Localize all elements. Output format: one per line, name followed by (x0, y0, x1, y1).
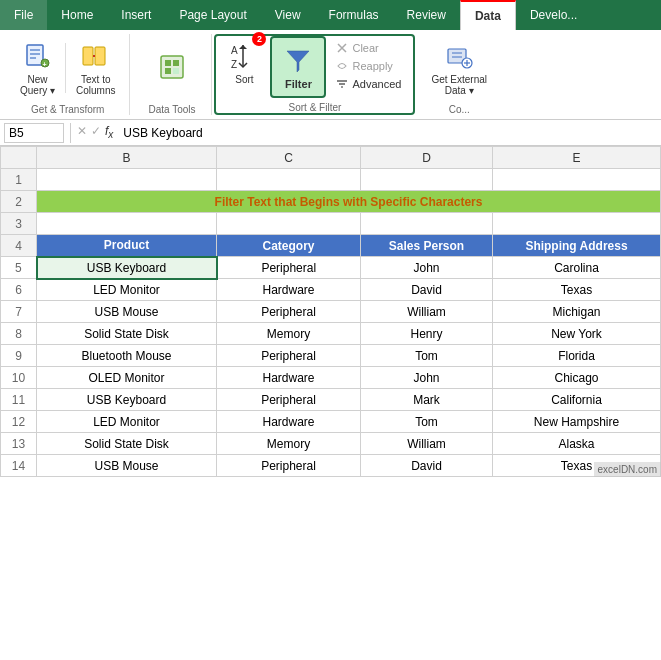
clear-button[interactable]: Clear (330, 40, 407, 56)
reapply-label: Reapply (352, 60, 392, 72)
cell-b3[interactable] (37, 213, 217, 235)
table-row: 11 USB Keyboard Peripheral Mark Californ… (1, 389, 661, 411)
cell-d1[interactable] (361, 169, 493, 191)
col-header-b[interactable]: B (37, 147, 217, 169)
svg-text:Z: Z (231, 59, 237, 70)
cell-c6[interactable]: Hardware (217, 279, 361, 301)
cell-d14[interactable]: David (361, 455, 493, 477)
cell-d5[interactable]: John (361, 257, 493, 279)
filter-label: Filter (285, 78, 312, 90)
header-category[interactable]: Category (217, 235, 361, 257)
cell-d13[interactable]: William (361, 433, 493, 455)
cell-b1[interactable] (37, 169, 217, 191)
connections-group: Get External Data ▾ Co... (417, 34, 501, 115)
cell-d12[interactable]: Tom (361, 411, 493, 433)
cancel-formula-icon[interactable]: ✕ (77, 124, 87, 140)
tab-formulas[interactable]: Formulas (315, 0, 393, 30)
cell-b5[interactable]: USB Keyboard (37, 257, 217, 279)
row-num-5: 5 (1, 257, 37, 279)
table-row: 8 Solid State Disk Memory Henry New York (1, 323, 661, 345)
cell-d9[interactable]: Tom (361, 345, 493, 367)
row-num-10: 10 (1, 367, 37, 389)
cell-c1[interactable] (217, 169, 361, 191)
sort-button[interactable]: A Z 2 Sort (222, 36, 266, 89)
clear-label: Clear (352, 42, 378, 54)
cell-d8[interactable]: Henry (361, 323, 493, 345)
cell-e6[interactable]: Texas (493, 279, 661, 301)
new-query-button[interactable]: + New Query ▾ (14, 36, 61, 100)
cell-b9[interactable]: Bluetooth Mouse (37, 345, 217, 367)
cell-e9[interactable]: Florida (493, 345, 661, 367)
text-to-columns-button[interactable]: Text to Columns (70, 36, 121, 100)
cell-e11[interactable]: California (493, 389, 661, 411)
cell-d7[interactable]: William (361, 301, 493, 323)
cell-b12[interactable]: LED Monitor (37, 411, 217, 433)
table-row: 9 Bluetooth Mouse Peripheral Tom Florida (1, 345, 661, 367)
sort-filter-group: A Z 2 Sort (214, 34, 415, 115)
col-header-d[interactable]: D (361, 147, 493, 169)
cell-d11[interactable]: Mark (361, 389, 493, 411)
cell-e3[interactable] (493, 213, 661, 235)
cell-b11[interactable]: USB Keyboard (37, 389, 217, 411)
cell-d3[interactable] (361, 213, 493, 235)
cell-b6[interactable]: LED Monitor (37, 279, 217, 301)
header-product[interactable]: Product (37, 235, 217, 257)
tab-developer[interactable]: Develo... (516, 0, 591, 30)
header-sales-person[interactable]: Sales Person (361, 235, 493, 257)
text-to-columns-label: Text to Columns (76, 74, 115, 96)
cell-c5[interactable]: Peripheral (217, 257, 361, 279)
table-row: 4 Product Category Sales Person Shipping… (1, 235, 661, 257)
confirm-formula-icon[interactable]: ✓ (91, 124, 101, 140)
cell-c8[interactable]: Memory (217, 323, 361, 345)
cell-e1[interactable] (493, 169, 661, 191)
cell-c12[interactable]: Hardware (217, 411, 361, 433)
table-row: 5 USB Keyboard Peripheral John Carolina (1, 257, 661, 279)
formula-bar: B5 ✕ ✓ fx USB Keyboard (0, 120, 661, 146)
data-tools-icon-btn[interactable] (150, 47, 194, 89)
cell-b10[interactable]: OLED Monitor (37, 367, 217, 389)
cell-b7[interactable]: USB Mouse (37, 301, 217, 323)
cell-c7[interactable]: Peripheral (217, 301, 361, 323)
cell-c3[interactable] (217, 213, 361, 235)
cell-c10[interactable]: Hardware (217, 367, 361, 389)
cell-c13[interactable]: Memory (217, 433, 361, 455)
tab-review[interactable]: Review (393, 0, 460, 30)
tab-file[interactable]: File (0, 0, 47, 30)
reapply-button[interactable]: Reapply (330, 58, 407, 74)
tab-data[interactable]: Data (460, 0, 516, 30)
header-shipping[interactable]: Shipping Address (493, 235, 661, 257)
cell-e7[interactable]: Michigan (493, 301, 661, 323)
cell-d6[interactable]: David (361, 279, 493, 301)
tab-insert[interactable]: Insert (107, 0, 165, 30)
row-num-7: 7 (1, 301, 37, 323)
cell-e12[interactable]: New Hampshire (493, 411, 661, 433)
cell-e10[interactable]: Chicago (493, 367, 661, 389)
cell-c11[interactable]: Peripheral (217, 389, 361, 411)
cell-d10[interactable]: John (361, 367, 493, 389)
filter-button[interactable]: Filter (270, 36, 326, 98)
filter-icon (282, 44, 314, 76)
cell-c14[interactable]: Peripheral (217, 455, 361, 477)
get-transform-label: Get & Transform (31, 104, 104, 115)
tab-view[interactable]: View (261, 0, 315, 30)
cell-b14[interactable]: USB Mouse (37, 455, 217, 477)
tab-page-layout[interactable]: Page Layout (165, 0, 260, 30)
advanced-button[interactable]: Advanced (330, 76, 407, 92)
formula-divider (70, 123, 71, 143)
sheet-table: B C D E 1 2 Filter Text that (0, 146, 661, 477)
insert-function-icon[interactable]: fx (105, 124, 113, 140)
col-header-c[interactable]: C (217, 147, 361, 169)
cell-reference[interactable]: B5 (4, 123, 64, 143)
cell-e8[interactable]: New York (493, 323, 661, 345)
tab-home[interactable]: Home (47, 0, 107, 30)
cell-b13[interactable]: Solid State Disk (37, 433, 217, 455)
get-external-label: Get External Data ▾ (431, 74, 487, 96)
cell-c9[interactable]: Peripheral (217, 345, 361, 367)
cell-b8[interactable]: Solid State Disk (37, 323, 217, 345)
cell-e5[interactable]: Carolina (493, 257, 661, 279)
get-external-data-button[interactable]: Get External Data ▾ (425, 36, 493, 100)
get-external-data-icon (443, 40, 475, 72)
new-query-label: New Query ▾ (20, 74, 55, 96)
cell-e13[interactable]: Alaska (493, 433, 661, 455)
col-header-e[interactable]: E (493, 147, 661, 169)
